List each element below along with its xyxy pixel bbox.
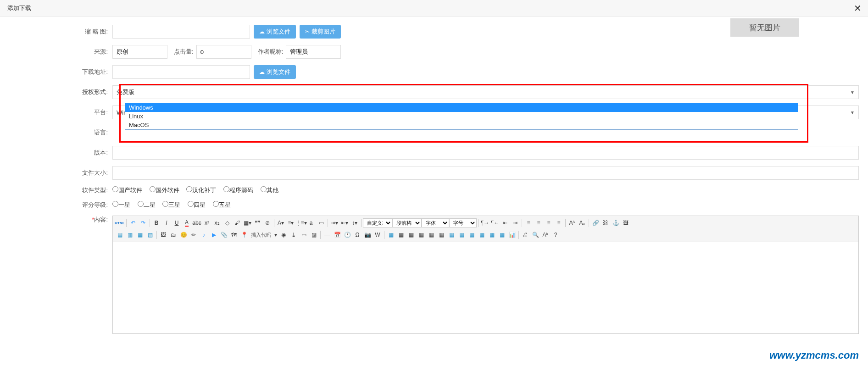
content-editor[interactable] — [112, 242, 859, 334]
html-source-button[interactable]: HTML — [115, 218, 125, 228]
help-icon[interactable]: ? — [551, 230, 561, 240]
unordered-list-icon[interactable]: ⋮≡▾ — [296, 218, 306, 228]
map-icon[interactable]: 🗺 — [229, 230, 239, 240]
splitcol-icon[interactable]: ▦ — [497, 230, 507, 240]
rating-option[interactable]: 二星 — [138, 201, 156, 208]
img-center-icon[interactable]: ▦ — [135, 230, 145, 240]
crop-image-button[interactable]: ✂裁剪图片 — [300, 25, 341, 39]
fontcase-icon[interactable]: A▾ — [276, 218, 286, 228]
license-select[interactable]: 免费版 ▼ — [112, 85, 859, 99]
video-icon[interactable]: ▶ — [209, 230, 219, 240]
selectall-icon[interactable]: ▭ — [316, 218, 326, 228]
table-delete-icon[interactable]: ▦ — [396, 230, 406, 240]
ltr-icon[interactable]: ¶→ — [480, 218, 490, 228]
img-right-icon[interactable]: ▥ — [125, 230, 135, 240]
insertcol-icon[interactable]: ▦ — [426, 230, 436, 240]
unlink-icon[interactable]: ⛓ — [601, 218, 611, 228]
preview-icon[interactable]: 🔍 — [530, 230, 540, 240]
rating-option[interactable]: 三星 — [162, 201, 180, 208]
align-center-icon[interactable]: ≡ — [534, 218, 544, 228]
platform-option[interactable]: Windows — [125, 103, 798, 112]
thumbnail-input[interactable] — [112, 25, 250, 39]
insert-image-icon[interactable]: 🖼 — [158, 230, 168, 240]
italic-icon[interactable]: I — [161, 218, 172, 228]
pagebreak-icon[interactable]: ⤓ — [289, 230, 299, 240]
mergedown-icon[interactable]: ▦ — [467, 230, 477, 240]
insertcode-button[interactable]: 插入代码 — [249, 230, 273, 240]
deleterow-icon[interactable]: ▦ — [416, 230, 426, 240]
image-icon[interactable]: 🖼 — [621, 218, 631, 228]
softtype-option[interactable]: 国外软件 — [150, 187, 179, 194]
mergeright-icon[interactable]: ▦ — [456, 230, 467, 240]
rating-option[interactable]: 五星 — [213, 201, 231, 208]
insertrow-icon[interactable]: ▦ — [406, 230, 416, 240]
find-icon[interactable]: Aᵇ — [540, 230, 551, 240]
heading-select[interactable]: 自定义标题 — [363, 218, 392, 227]
filesize-input[interactable] — [112, 166, 859, 180]
align-left-icon[interactable]: ≡ — [523, 218, 534, 228]
undo-icon[interactable]: ↶ — [128, 218, 138, 228]
snapscreen-icon[interactable]: 📷 — [362, 230, 373, 240]
img-left-icon[interactable]: ▤ — [115, 230, 125, 240]
multi-image-icon[interactable]: 🗂 — [168, 230, 178, 240]
deletecol-icon[interactable]: ▦ — [436, 230, 446, 240]
touppercase-icon[interactable]: Aᴬ — [567, 218, 577, 228]
close-icon[interactable]: ✕ — [854, 0, 862, 17]
format-brush-icon[interactable]: 🖌 — [232, 218, 242, 228]
tolowercase-icon[interactable]: Aₐ — [577, 218, 587, 228]
ordered-list-icon[interactable]: ≡▾ — [286, 218, 296, 228]
table-icon[interactable]: ▦ — [386, 230, 396, 240]
platform-option[interactable]: Linux — [125, 112, 798, 121]
anchor-icon[interactable]: ⚓ — [611, 218, 621, 228]
softtype-option[interactable]: 程序源码 — [223, 187, 253, 194]
browse-file-button[interactable]: ☁浏览文件 — [254, 25, 296, 39]
spechar-icon[interactable]: Ω — [352, 230, 362, 240]
paragraph-select[interactable]: 段落格式 — [392, 218, 422, 227]
date-icon[interactable]: 📅 — [332, 230, 342, 240]
bold-icon[interactable]: B — [151, 218, 161, 228]
removeformat-icon[interactable]: ⊘ — [262, 218, 273, 228]
softtype-option[interactable]: 汉化补丁 — [186, 187, 216, 194]
underline-icon[interactable]: U — [172, 218, 182, 228]
chevron-down-icon[interactable]: ▾ — [273, 230, 278, 240]
fontcolor-icon[interactable]: A — [182, 218, 192, 228]
indent-icon[interactable]: ⇥▾ — [329, 218, 339, 228]
subscript-icon[interactable]: x₂ — [212, 218, 222, 228]
download-url-input[interactable] — [112, 65, 250, 79]
rtl-icon[interactable]: ¶← — [490, 218, 500, 228]
outdent2-icon[interactable]: ⇤ — [500, 218, 510, 228]
outdent-icon[interactable]: ⇤▾ — [339, 218, 350, 228]
rating-option[interactable]: 四星 — [188, 201, 206, 208]
strikethrough-icon[interactable]: abc — [192, 218, 202, 228]
softtype-option[interactable]: 国产软件 — [112, 187, 142, 194]
rating-option[interactable]: 一星 — [112, 201, 130, 208]
indent2-icon[interactable]: ⇥ — [510, 218, 520, 228]
align-justify-icon[interactable]: ≡ — [554, 218, 564, 228]
superscript-icon[interactable]: x² — [202, 218, 212, 228]
eraser-icon[interactable]: ◇ — [222, 218, 232, 228]
link-icon[interactable]: 🔗 — [590, 218, 601, 228]
scrawl-icon[interactable]: ✏ — [189, 230, 199, 240]
textdir-icon[interactable]: a — [306, 218, 316, 228]
version-input[interactable] — [112, 146, 859, 160]
bgcolor-icon[interactable]: ▦▾ — [242, 218, 252, 228]
charts-icon[interactable]: 📊 — [507, 230, 517, 240]
mergecell-icon[interactable]: ▦ — [446, 230, 456, 240]
background-icon[interactable]: ▨ — [309, 230, 319, 240]
print-icon[interactable]: 🖨 — [520, 230, 530, 240]
quote-icon[interactable]: ❝❞ — [252, 218, 262, 228]
wordimage-icon[interactable]: W — [373, 230, 383, 240]
emoji-icon[interactable]: 😊 — [178, 230, 189, 240]
gmap-icon[interactable]: 📍 — [239, 230, 249, 240]
font-size-select[interactable]: 字号 — [449, 218, 477, 227]
splitrow-icon[interactable]: ▦ — [487, 230, 497, 240]
template-icon[interactable]: ▭ — [299, 230, 309, 240]
attachment-icon[interactable]: 📎 — [219, 230, 229, 240]
align-right-icon[interactable]: ≡ — [544, 218, 554, 228]
webapp-icon[interactable]: ◉ — [278, 230, 289, 240]
font-family-select[interactable]: 字体 — [422, 218, 449, 227]
source-input[interactable] — [112, 45, 167, 59]
redo-icon[interactable]: ↷ — [138, 218, 148, 228]
author-input[interactable] — [286, 45, 341, 59]
music-icon[interactable]: ♪ — [199, 230, 209, 240]
